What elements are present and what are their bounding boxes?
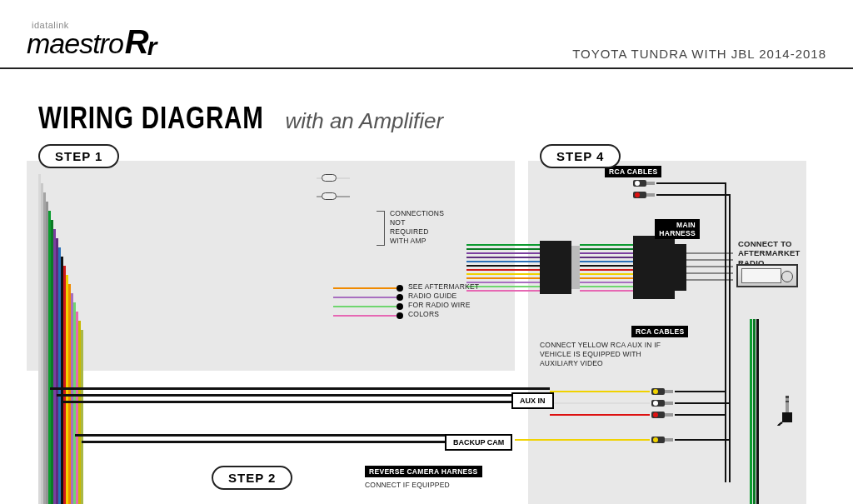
backup-wire: [82, 441, 458, 443]
rca-aux-lead: [675, 402, 729, 404]
aux-in-box: AUX IN: [511, 392, 554, 409]
title-main: WIRING DIAGRAM: [38, 101, 264, 136]
brand-tag: idatalink: [32, 20, 69, 30]
bracket-icon: [377, 211, 385, 246]
rca-yellow-icon: [651, 436, 675, 444]
aux-wire: [63, 401, 550, 403]
svg-rect-2: [786, 396, 789, 398]
harness-plug-b: [571, 246, 580, 289]
title-sub: with an Amplifier: [285, 108, 443, 133]
harness-plug-a: [540, 241, 571, 294]
aux-note: CONNECT YELLOW RCA AUX IN IF VEHICLE IS …: [540, 341, 665, 368]
wire-end-dot: [397, 312, 403, 319]
conn-note: CONNECTIONS NOT REQUIRED WITH AMP: [390, 209, 444, 246]
harness-wire: [686, 272, 733, 274]
rca-lead-2: [656, 194, 729, 196]
step4-badge: STEP 4: [540, 144, 621, 168]
rca-white-icon: [633, 179, 656, 187]
rca-red-icon: [633, 191, 656, 199]
page-header: idatalink maestro Rr TOYOTA TUNDRA WITH …: [0, 0, 853, 69]
backup-cam-box: BACKUP CAM: [445, 434, 512, 451]
harness-tab: [675, 244, 686, 291]
harness-wire: [686, 279, 733, 281]
main-harness-label: MAINHARNESS: [655, 219, 700, 239]
aftermarket-note: SEE AFTERMARKET RADIO GUIDE FOR RADIO WI…: [408, 282, 479, 319]
wire-vertical: [81, 330, 83, 504]
diagram-canvas: STEP 1 STEP 4 STEP 2 LF RCA INPUTWHITEWH…: [0, 136, 853, 504]
data-bus-stripe: [750, 319, 752, 504]
rca-aux-lead: [675, 391, 725, 392]
harness-block: [633, 236, 675, 299]
rca-input-icon: [322, 192, 337, 200]
step1-panel: [27, 161, 515, 371]
data-bus-stripe: [753, 319, 756, 504]
brand-main: maestro: [27, 27, 123, 60]
backup-wire: [75, 434, 458, 437]
svg-rect-0: [782, 412, 792, 422]
connect-if-label: CONNECT IF EQUIPPED: [365, 481, 450, 490]
diagram-title: WIRING DIAGRAM with an Amplifier: [0, 69, 853, 136]
rca-backup-lead: [675, 439, 729, 441]
step1-badge: STEP 1: [38, 144, 119, 168]
vbus-1: [725, 182, 726, 482]
rca-cables-label-1: RCA CABLES: [605, 166, 661, 177]
svg-rect-3: [786, 401, 789, 402]
rca-cables-label-2: RCA CABLES: [631, 326, 688, 337]
radio-unit-icon: [736, 264, 798, 287]
harness-wire: [686, 252, 733, 254]
brand-logo: idatalink maestro Rr: [27, 23, 155, 61]
vbus-2: [729, 194, 731, 482]
rca-yellow-icon: [651, 387, 675, 396]
wire-end-dot: [397, 285, 403, 292]
reverse-harness-label: REVERSE CAMERA HARNESS: [365, 466, 482, 477]
harness-wire: [686, 259, 733, 261]
aux-red-wire: [550, 414, 650, 416]
aux-jack-icon: [770, 392, 803, 429]
data-bus-stripe: [756, 319, 759, 504]
aux-wire: [57, 394, 550, 397]
wire-end-dot: [397, 303, 403, 310]
rca-lead-1: [656, 182, 725, 184]
vehicle-model: TOYOTA TUNDRA WITH JBL 2014-2018: [572, 47, 826, 61]
aux-wire: [50, 387, 550, 390]
rca-red-icon: [651, 411, 675, 419]
brand-suffix: Rr: [125, 23, 156, 61]
rca-input-icon: [322, 174, 337, 182]
aux-white-wire: [550, 402, 650, 404]
step2-badge: STEP 2: [212, 466, 292, 490]
aux-yellow-wire: [550, 391, 650, 392]
backup-yellow-wire: [515, 439, 650, 441]
rca-white-icon: [651, 399, 675, 407]
wire-end-dot: [397, 294, 403, 301]
harness-wire: [686, 266, 733, 267]
rca-aux-lead: [675, 414, 725, 416]
